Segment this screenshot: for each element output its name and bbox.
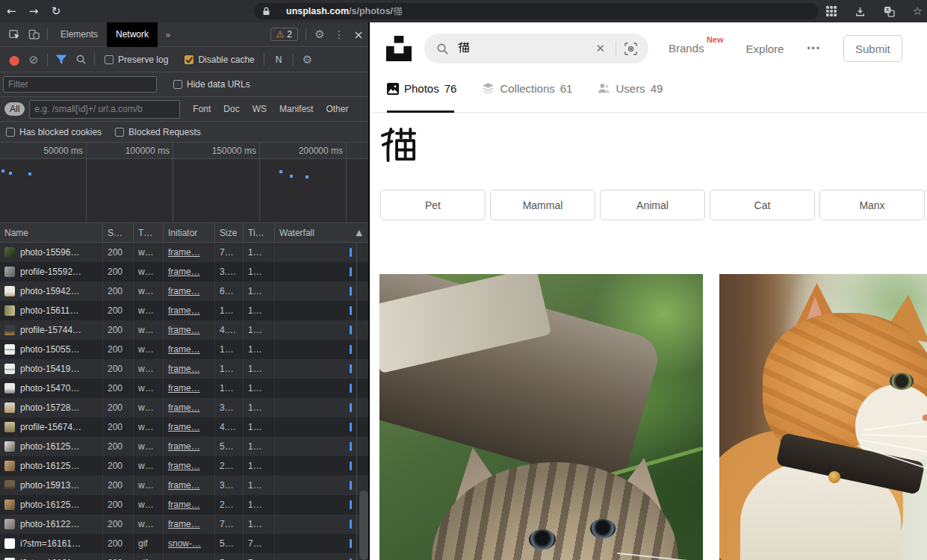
search-network-icon[interactable]: [71, 51, 90, 69]
devtools-scrollbar-thumb[interactable]: [359, 491, 368, 560]
forward-icon[interactable]: →: [22, 0, 45, 22]
has-blocked-cookies-checkbox[interactable]: [6, 128, 15, 137]
back-icon[interactable]: ←: [0, 0, 22, 22]
bookmark-star-icon[interactable]: ☆: [913, 4, 923, 18]
request-initiator-link[interactable]: frame…: [168, 344, 200, 355]
blocked-requests-checkbox[interactable]: [115, 128, 124, 137]
table-row[interactable]: photo-15611… 200 w… frame… 1… 1…: [0, 301, 368, 320]
preserve-log-checkbox[interactable]: [105, 55, 114, 64]
record-network-log-icon[interactable]: ●: [4, 51, 24, 69]
disable-cache-checkbox[interactable]: [185, 55, 193, 64]
request-initiator-link[interactable]: frame…: [168, 422, 200, 432]
nav-more-icon[interactable]: •••: [807, 43, 821, 54]
preserve-log-label[interactable]: Preserve log: [118, 55, 168, 65]
chip-manx[interactable]: Manx: [819, 190, 925, 220]
request-initiator-link[interactable]: frame…: [168, 519, 200, 529]
network-overview-timeline[interactable]: 50000 ms 100000 ms 150000 ms 200000 ms: [0, 143, 368, 223]
device-toolbar-icon[interactable]: [24, 25, 43, 43]
table-row[interactable]: i?stm=16161… 200 gif snow-… 5… 7…: [0, 534, 368, 553]
filter-type-doc[interactable]: Doc: [223, 104, 239, 114]
clear-network-log-icon[interactable]: ⊘: [24, 51, 43, 69]
devtools-menu-icon[interactable]: ⋮: [329, 25, 349, 43]
request-initiator-link[interactable]: frame…: [168, 267, 200, 277]
submit-button[interactable]: Submit: [843, 35, 902, 62]
table-row[interactable]: profile-15744… 200 w… frame… 4.… 1…: [0, 320, 368, 340]
download-icon[interactable]: [855, 6, 866, 17]
request-initiator-link[interactable]: frame…: [168, 402, 200, 413]
request-initiator-link[interactable]: frame…: [168, 286, 200, 296]
table-row[interactable]: profile-15592… 200 w… frame… 3.… 1…: [0, 262, 368, 281]
table-row[interactable]: photo-15596… 200 w… frame… 7… 1…: [0, 243, 368, 262]
photo-result-kitten[interactable]: [379, 274, 703, 560]
tab-network[interactable]: Network: [107, 22, 158, 47]
close-devtools-icon[interactable]: ×: [349, 25, 368, 43]
request-initiator-link[interactable]: frame…: [168, 480, 200, 491]
filter-regex-input[interactable]: [29, 100, 180, 119]
translate-icon[interactable]: [884, 6, 895, 17]
table-row[interactable]: i?stm=16161… 200 gif snow-… 5… 7…: [0, 553, 368, 560]
request-initiator-link[interactable]: frame…: [168, 500, 200, 510]
request-initiator-link[interactable]: frame…: [168, 364, 200, 374]
table-row[interactable]: photo-15419… 200 w… frame… 1… 1…: [0, 359, 368, 379]
table-row[interactable]: profile-15674… 200 w… frame… 4.… 1…: [0, 417, 368, 437]
network-settings-gear-icon[interactable]: ⚙: [297, 51, 317, 69]
column-header-size[interactable]: Size: [214, 223, 243, 242]
chip-mammal[interactable]: Mammal: [490, 190, 595, 220]
column-header-type[interactable]: T…: [133, 223, 163, 242]
table-row[interactable]: photo-15913… 200 w… frame… 3… 1…: [0, 476, 368, 495]
request-initiator-link[interactable]: snow-…: [168, 538, 201, 549]
inspect-element-icon[interactable]: [4, 25, 24, 43]
tab-users[interactable]: Users 49: [598, 82, 663, 95]
more-tabs-icon[interactable]: »: [158, 25, 177, 43]
unsplash-logo[interactable]: [386, 35, 412, 62]
tab-collections[interactable]: Collections 61: [482, 82, 572, 95]
request-initiator-link[interactable]: frame…: [168, 305, 200, 316]
table-row[interactable]: photo-16125… 200 w… frame… 2… 1…: [0, 495, 368, 514]
hide-data-urls-checkbox[interactable]: [173, 80, 182, 89]
column-header-status[interactable]: S…: [102, 223, 133, 242]
filter-input[interactable]: [3, 76, 157, 93]
request-initiator-link[interactable]: frame…: [168, 325, 200, 335]
column-header-initiator[interactable]: Initiator: [163, 223, 214, 242]
request-initiator-link[interactable]: frame…: [168, 247, 200, 258]
nav-explore[interactable]: Explore: [746, 43, 784, 55]
column-header-time[interactable]: Ti…: [243, 223, 274, 242]
chip-cat[interactable]: Cat: [710, 190, 815, 220]
chip-animal[interactable]: Animal: [600, 190, 705, 220]
visual-search-icon[interactable]: [624, 42, 638, 56]
table-row[interactable]: photo-16125… 200 w… frame… 2… 1…: [0, 456, 368, 476]
filter-type-all[interactable]: All: [4, 102, 25, 116]
table-row[interactable]: photo-15942… 200 w… frame… 6… 1…: [0, 281, 368, 301]
clear-search-icon[interactable]: ✕: [592, 42, 608, 55]
request-initiator-link[interactable]: frame…: [168, 461, 200, 471]
disable-cache-label[interactable]: Disable cache: [198, 55, 254, 65]
request-initiator-link[interactable]: frame…: [168, 383, 200, 393]
nav-brands[interactable]: Brands New: [669, 42, 704, 55]
sort-ascending-icon[interactable]: ▲: [356, 228, 362, 237]
filter-type-ws[interactable]: WS: [252, 104, 267, 114]
column-header-waterfall[interactable]: Waterfall: [274, 223, 368, 242]
has-blocked-cookies-label[interactable]: Has blocked cookies: [19, 127, 102, 137]
url-bar[interactable]: unsplash.com/s/photos/: [254, 3, 819, 19]
table-row[interactable]: photo-16122… 200 w… frame… 7… 1…: [0, 514, 368, 534]
tab-photos[interactable]: Photos 76: [387, 82, 456, 95]
issues-warning-badge[interactable]: ⚠ 2: [270, 28, 298, 41]
throttling-select[interactable]: N: [276, 55, 282, 65]
table-row[interactable]: photo-15470… 200 w… frame… 1… 1…: [0, 379, 368, 398]
filter-type-font[interactable]: Font: [193, 104, 211, 114]
reload-icon[interactable]: ↻: [45, 0, 67, 22]
tab-elements[interactable]: Elements: [52, 22, 107, 47]
filter-type-other[interactable]: Other: [326, 104, 348, 114]
request-initiator-link[interactable]: frame…: [168, 441, 200, 452]
photo-result-orange-cat[interactable]: [719, 274, 927, 560]
chip-partial[interactable]: [924, 190, 927, 220]
chip-pet[interactable]: Pet: [380, 190, 486, 220]
settings-gear-icon[interactable]: ⚙: [310, 25, 329, 43]
filter-type-manifest[interactable]: Manifest: [279, 104, 313, 114]
blocked-requests-label[interactable]: Blocked Requests: [128, 127, 201, 137]
table-row[interactable]: photo-15055… 200 w… frame… 1… 1…: [0, 340, 368, 359]
extensions-grid-icon[interactable]: [826, 6, 837, 16]
table-row[interactable]: photo-15728… 200 w… frame… 3… 1…: [0, 398, 368, 417]
hide-data-urls-label[interactable]: Hide data URLs: [187, 79, 250, 90]
table-row[interactable]: photo-16125… 200 w… frame… 5… 1…: [0, 437, 368, 456]
